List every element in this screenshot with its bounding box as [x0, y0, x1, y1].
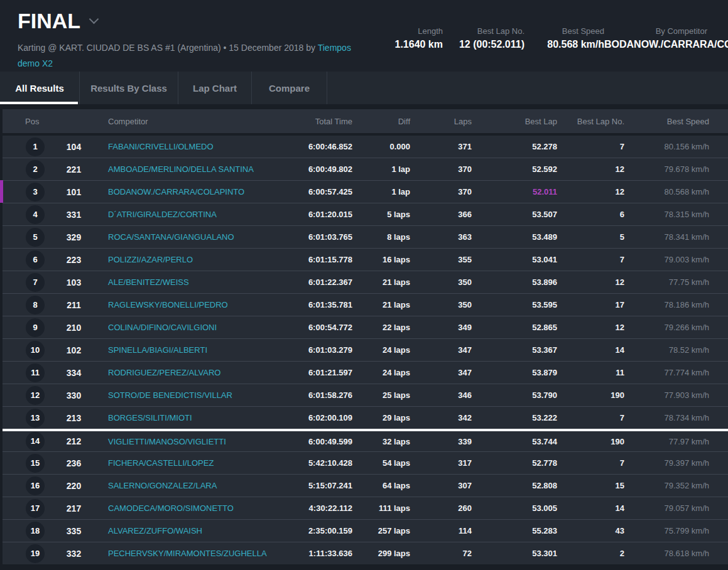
diff: 54 laps — [355, 458, 413, 468]
competitor-link[interactable]: BODANOW./CARRARA/COLAPINTO — [108, 187, 244, 196]
best-lap: 52.592 — [474, 164, 560, 174]
diff: 0.000 — [355, 142, 413, 151]
session-selector-dropdown[interactable]: FINAL — [18, 9, 97, 33]
best-speed: 75.799 km/h — [627, 526, 728, 535]
position-badge: 5 — [26, 228, 45, 247]
total-time: 6:01:58.276 — [298, 390, 355, 400]
best-speed: 79.003 km/h — [627, 255, 728, 264]
table-row[interactable]: 12 330 SOTRO/DE BENEDICTIS/VILLAR 6:01:5… — [3, 384, 728, 406]
competitor-cell: ALE/BENITEZ/WEISS — [91, 277, 298, 287]
best-lap: 53.896 — [474, 277, 560, 287]
competitor-cell: RODRIGUEZ/PEREZ/ALVARO — [91, 368, 298, 377]
tab-compare[interactable]: Compare — [252, 72, 327, 104]
kart-number: 210 — [57, 323, 91, 333]
best-speed: 79.352 km/h — [627, 481, 728, 490]
competitor-link[interactable]: BORGES/SILITI/MIOTI — [108, 413, 192, 422]
table-row[interactable]: 9 210 COLINA/DIFINO/CAVILGIONI 6:00:54.7… — [3, 316, 728, 338]
competitor-cell: RAGLEWSKY/BONELLI/PEDRO — [91, 300, 298, 309]
diff: 24 laps — [355, 345, 413, 355]
header: FINAL Karting @ KART. CIUDAD DE BS AS #1… — [0, 0, 728, 72]
best-speed: 77.774 km/h — [627, 368, 728, 377]
table-row[interactable]: 14 212 VIGLIETTI/MANOSO/VIGLIETTI 6:00:4… — [3, 429, 728, 451]
best-speed: 80.156 km/h — [627, 142, 728, 151]
competitor-link[interactable]: ALVAREZ/ZUFFO/WAISH — [108, 526, 202, 535]
position-cell: 6 — [3, 250, 57, 269]
position-cell: 8 — [3, 296, 57, 315]
best-speed: 77.75 km/h — [627, 277, 728, 287]
position-badge: 2 — [26, 160, 45, 179]
laps: 371 — [413, 142, 474, 151]
table-row[interactable]: 1 104 FABANI/CRIVELLI/OLMEDO 6:00:46.852… — [3, 136, 728, 158]
best-lap: 53.489 — [474, 232, 560, 242]
competitor-link[interactable]: RAGLEWSKY/BONELLI/PEDRO — [108, 300, 228, 309]
diff: 1 lap — [355, 187, 413, 196]
best-lap-no: 14 — [560, 503, 627, 513]
competitor-link[interactable]: ROCA/SANTANA/GIANGUALANO — [108, 232, 234, 242]
table-row[interactable]: 18 335 ALVAREZ/ZUFFO/WAISH 2:35:00.159 2… — [3, 519, 728, 542]
stat-by-competitor-label: By Competitor — [604, 26, 728, 36]
position-badge: 18 — [26, 522, 45, 540]
table-row[interactable]: 13 213 BORGES/SILITI/MIOTI 6:02:00.109 2… — [3, 406, 728, 429]
total-time: 5:42:10.428 — [298, 458, 355, 468]
tab-lap-chart[interactable]: Lap Chart — [178, 72, 252, 104]
table-row[interactable]: 5 329 ROCA/SANTANA/GIANGUALANO 6:01:03.7… — [3, 225, 728, 248]
best-lap-no: 7 — [560, 142, 627, 151]
competitor-link[interactable]: POLIZZI/AZAR/PERLO — [108, 255, 193, 264]
diff: 21 laps — [355, 277, 413, 287]
competitor-cell: SALERNO/GONZALEZ/LARA — [91, 481, 298, 490]
competitor-link[interactable]: D´ATRI/GIRALDEZ/CORTINA — [108, 210, 217, 219]
table-row[interactable]: 3 101 BODANOW./CARRARA/COLAPINTO 6:00:57… — [3, 180, 728, 203]
competitor-link[interactable]: ALE/BENITEZ/WEISS — [108, 277, 189, 287]
table-row[interactable]: 4 331 D´ATRI/GIRALDEZ/CORTINA 6:01:20.01… — [3, 203, 728, 225]
competitor-link[interactable]: SALERNO/GONZALEZ/LARA — [108, 481, 217, 490]
diff: 64 laps — [355, 481, 413, 490]
best-speed: 78.618 km/h — [627, 549, 728, 558]
total-time: 6:01:35.781 — [298, 300, 355, 309]
table-row[interactable]: 15 236 FICHERA/CASTELLI/LOPEZ 5:42:10.42… — [3, 451, 728, 474]
tab-all-results[interactable]: All Results — [0, 72, 80, 104]
table-row[interactable]: 8 211 RAGLEWSKY/BONELLI/PEDRO 6:01:35.78… — [3, 293, 728, 316]
competitor-link[interactable]: SOTRO/DE BENEDICTIS/VILLAR — [108, 390, 232, 400]
competitor-link[interactable]: CAMODECA/MORO/SIMONETTO — [108, 503, 234, 513]
best-lap-no: 12 — [560, 277, 627, 287]
table-row[interactable]: 2 221 AMBOADE/MERLINO/DELLA SANTINA 6:00… — [3, 158, 728, 180]
competitor-link[interactable]: SPINELLA/BIAGI/ALBERTI — [108, 345, 207, 355]
position-cell: 15 — [3, 454, 57, 473]
table-row[interactable]: 19 332 PECHERVSKY/MIRAMONTES/ZUGHELLA 1:… — [3, 542, 728, 564]
competitor-cell: PECHERVSKY/MIRAMONTES/ZUGHELLA — [91, 549, 298, 558]
best-lap: 53.595 — [474, 300, 560, 309]
competitor-link[interactable]: RODRIGUEZ/PEREZ/ALVARO — [108, 368, 220, 377]
laps: 346 — [413, 390, 474, 400]
position-badge: 17 — [26, 499, 45, 518]
table-row[interactable]: 10 102 SPINELLA/BIAGI/ALBERTI 6:01:03.27… — [3, 338, 728, 361]
table-row[interactable]: 11 334 RODRIGUEZ/PEREZ/ALVARO 6:01:21.59… — [3, 361, 728, 384]
competitor-cell: COLINA/DIFINO/CAVILGIONI — [91, 323, 298, 332]
table-row[interactable]: 16 220 SALERNO/GONZALEZ/LARA 5:15:07.241… — [3, 474, 728, 497]
position-badge: 9 — [26, 318, 45, 337]
best-lap: 53.222 — [474, 413, 560, 422]
position-cell: 1 — [3, 137, 57, 156]
position-cell: 5 — [3, 228, 57, 247]
position-cell: 12 — [3, 386, 57, 405]
column-header-best-speed: Best Speed — [627, 117, 728, 126]
kart-number: 217 — [57, 503, 91, 514]
position-badge: 19 — [26, 544, 45, 563]
table-row[interactable]: 7 103 ALE/BENITEZ/WEISS 6:01:22.367 21 l… — [3, 271, 728, 293]
best-lap-no: 2 — [560, 549, 627, 558]
competitor-link[interactable]: FICHERA/CASTELLI/LOPEZ — [108, 458, 214, 468]
competitor-link[interactable]: FABANI/CRIVELLI/OLMEDO — [108, 142, 214, 151]
organizer-link-line2[interactable]: demo X2 — [18, 58, 53, 68]
organizer-link[interactable]: Tiempos — [318, 43, 351, 53]
competitor-link[interactable]: AMBOADE/MERLINO/DELLA SANTINA — [108, 164, 254, 174]
results-rows: 1 104 FABANI/CRIVELLI/OLMEDO 6:00:46.852… — [3, 133, 728, 564]
best-speed: 79.397 km/h — [627, 458, 728, 468]
laps: 317 — [413, 458, 474, 468]
competitor-link[interactable]: PECHERVSKY/MIRAMONTES/ZUGHELLA — [108, 549, 267, 558]
best-speed: 78.186 km/h — [627, 300, 728, 309]
table-row[interactable]: 6 223 POLIZZI/AZAR/PERLO 6:01:15.778 16 … — [3, 248, 728, 271]
competitor-link[interactable]: COLINA/DIFINO/CAVILGIONI — [108, 323, 217, 332]
best-lap: 55.283 — [474, 526, 560, 535]
table-row[interactable]: 17 217 CAMODECA/MORO/SIMONETTO 4:30:22.1… — [3, 497, 728, 519]
competitor-link[interactable]: VIGLIETTI/MANOSO/VIGLIETTI — [108, 437, 226, 446]
tab-results-by-class[interactable]: Results By Class — [80, 72, 178, 104]
